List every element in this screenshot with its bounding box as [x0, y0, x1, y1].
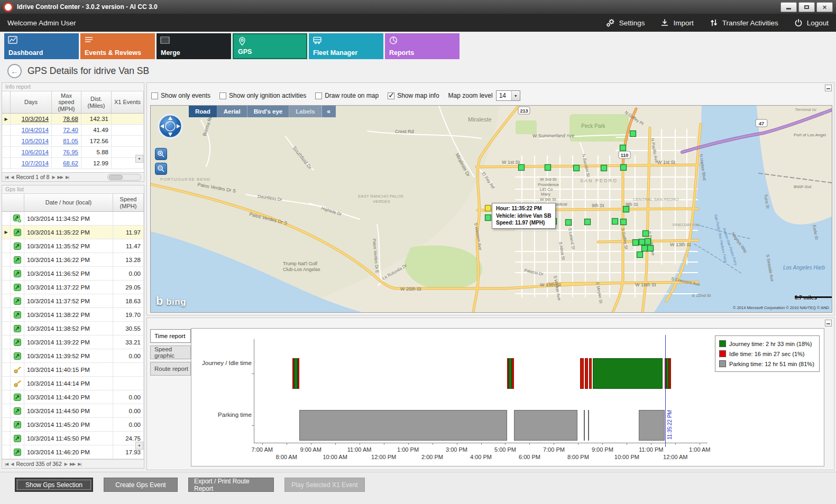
- map-tab-labels[interactable]: Labels: [289, 106, 321, 117]
- day-link[interactable]: 10/4/2014: [22, 127, 49, 133]
- nav-tile-reports[interactable]: Reports: [385, 33, 460, 59]
- gps-marker[interactable]: [633, 240, 639, 246]
- export-print-route-report-button[interactable]: Export / Print Route Report: [188, 478, 274, 492]
- nav-prev-icon[interactable]: ◀: [11, 462, 13, 466]
- gps-marker[interactable]: [519, 165, 525, 171]
- map-panel-collapse-icon[interactable]: [825, 85, 832, 91]
- info-col-header[interactable]: Max speed (MPH): [52, 91, 81, 114]
- info-hscrollbar[interactable]: [107, 174, 141, 181]
- nav-first-icon[interactable]: |◀: [5, 462, 8, 466]
- nav-last-icon[interactable]: ▶|: [66, 175, 69, 180]
- map-tab-bird-s-eye[interactable]: Bird's eye: [247, 106, 290, 117]
- gps-marker[interactable]: [620, 145, 626, 151]
- map-tabs-collapse-button[interactable]: «: [322, 106, 336, 117]
- gps-col-header[interactable]: Date / hour (local): [24, 194, 113, 212]
- selected-gps-marker[interactable]: [485, 206, 491, 211]
- gps-list-row[interactable]: 10/3/2014 11:37:52 PM18.63: [2, 294, 144, 308]
- gps-marker[interactable]: [642, 246, 648, 251]
- menu-logout[interactable]: Logout: [794, 18, 829, 27]
- checkbox-box[interactable]: [151, 92, 158, 99]
- nav-next-page-icon[interactable]: ▶▶: [70, 462, 75, 466]
- nav-prev-icon[interactable]: ◀: [11, 175, 13, 180]
- max-speed-link[interactable]: 72.40: [63, 127, 78, 133]
- info-scroll-down-icon[interactable]: ▼: [135, 155, 143, 163]
- gps-col-header[interactable]: [2, 194, 24, 212]
- day-link[interactable]: 10/6/2014: [22, 149, 49, 155]
- map-tab-aerial[interactable]: Aerial: [217, 106, 247, 117]
- gps-list-row[interactable]: 10/3/2014 11:44:20 PM0.00: [2, 390, 144, 404]
- gps-list-row[interactable]: 10/3/2014 11:35:52 PM11.47: [2, 239, 144, 253]
- gps-list-row[interactable]: 10/3/2014 11:46:20 PM17.93: [2, 445, 144, 459]
- info-report-row[interactable]: 10/7/201468.6212.99: [2, 158, 144, 169]
- map-tab-road[interactable]: Road: [189, 106, 217, 117]
- info-col-header[interactable]: X1 Events: [112, 91, 144, 114]
- gps-marker[interactable]: [643, 231, 649, 237]
- gps-list-row[interactable]: 10/3/2014 11:36:22 PM13.28: [2, 253, 144, 267]
- window-titlebar[interactable]: Idrive Control Center - 3.0.2 version - …: [0, 0, 836, 14]
- menu-transfer-activities[interactable]: Transfer Activities: [710, 18, 778, 27]
- info-report-row[interactable]: ▶10/3/201478.68142.31: [2, 114, 144, 125]
- nav-next-icon[interactable]: ▶: [65, 462, 67, 466]
- checkbox-box[interactable]: [388, 92, 394, 99]
- gps-marker[interactable]: [601, 165, 607, 171]
- map-compass-control[interactable]: [157, 113, 184, 140]
- nav-tile-dashboard[interactable]: Dashboard: [4, 33, 79, 59]
- checkbox-show-map-info[interactable]: Show map info: [388, 92, 439, 99]
- chevron-down-icon[interactable]: ▼: [511, 91, 520, 100]
- nav-tile-merge[interactable]: Merge: [157, 33, 231, 59]
- nav-tile-gps[interactable]: GPS: [233, 33, 307, 59]
- gps-marker[interactable]: [612, 219, 618, 225]
- chart-panel-collapse-icon[interactable]: [825, 320, 832, 326]
- gps-marker[interactable]: [545, 165, 551, 171]
- info-report-row[interactable]: 10/5/201481.05172.56: [2, 136, 144, 147]
- nav-tile-fleet-manager[interactable]: Fleet Manager: [309, 33, 383, 59]
- gps-list-row[interactable]: 10/3/2014 11:38:22 PM19.70: [2, 308, 144, 322]
- menu-settings[interactable]: Settings: [606, 18, 645, 27]
- gps-list-row[interactable]: 10/3/2014 11:44:50 PM0.00: [2, 404, 144, 418]
- max-speed-link[interactable]: 76.95: [63, 149, 78, 155]
- back-button[interactable]: ←: [7, 64, 22, 78]
- time-cursor-line[interactable]: [665, 335, 666, 447]
- day-link[interactable]: 10/7/2014: [22, 160, 49, 166]
- gps-list-row[interactable]: 10/3/2014 11:36:52 PM0.00: [2, 267, 144, 281]
- gps-marker[interactable]: [485, 215, 491, 221]
- gps-list-row[interactable]: 10/3/2014 11:45:50 PM24.75: [2, 432, 144, 445]
- max-speed-link[interactable]: 68.62: [63, 160, 78, 166]
- gps-col-header[interactable]: Speed (MPH): [113, 194, 144, 212]
- create-gps-event-button[interactable]: Create Gps Event: [104, 478, 178, 492]
- checkbox-draw-route-on-map[interactable]: Draw route on map: [315, 92, 379, 99]
- show-gps-selection-button[interactable]: Show Gps Selection: [15, 478, 93, 492]
- map-container[interactable]: MiralestePeck ParkW Summerland AveCrest …: [150, 105, 832, 313]
- gps-list-row[interactable]: 10/3/2014 11:38:52 PM30.55: [2, 322, 144, 335]
- gps-list-row[interactable]: 10/3/2014 11:39:22 PM33.21: [2, 335, 144, 349]
- max-speed-link[interactable]: 81.05: [63, 138, 78, 144]
- map-zoom-in-button[interactable]: [155, 148, 167, 160]
- gps-list-row[interactable]: ▶10/3/2014 11:35:22 PM11.97: [2, 226, 144, 239]
- nav-next-page-icon[interactable]: ▶▶: [58, 175, 63, 180]
- gps-list-row[interactable]: 10/3/2014 11:39:52 PM0.00: [2, 349, 144, 363]
- nav-tile-events-reviews[interactable]: Events & Reviews: [80, 33, 155, 59]
- gps-marker[interactable]: [648, 246, 654, 251]
- maximize-button[interactable]: [798, 2, 815, 12]
- gps-marker[interactable]: [639, 239, 645, 245]
- tab-route-report[interactable]: Route report: [150, 362, 191, 376]
- tab-time-report[interactable]: Time report: [150, 329, 191, 343]
- map-zoom-out-button[interactable]: [155, 163, 167, 175]
- gps-list-row[interactable]: 10/3/2014 11:45:20 PM0.00: [2, 418, 144, 432]
- gps-marker[interactable]: [630, 131, 636, 137]
- max-speed-link[interactable]: 78.68: [63, 116, 78, 122]
- gps-list-row[interactable]: 10/3/2014 11:34:52 PM: [2, 212, 144, 226]
- gps-marker[interactable]: [621, 219, 627, 225]
- gps-list-row[interactable]: 10/3/2014 11:37:22 PM29.05: [2, 281, 144, 294]
- nav-next-icon[interactable]: ▶: [52, 175, 54, 180]
- info-report-row[interactable]: 10/6/201476.955.88: [2, 147, 144, 158]
- info-hscroll-thumb[interactable]: [109, 175, 123, 180]
- gps-marker[interactable]: [637, 252, 643, 258]
- checkbox-box[interactable]: [315, 92, 322, 99]
- gps-scroll-down-icon[interactable]: ▼: [135, 442, 143, 450]
- map-zoom-level-select[interactable]: 14▼: [496, 90, 520, 101]
- minimize-button[interactable]: [780, 2, 797, 12]
- gps-marker[interactable]: [585, 219, 591, 225]
- map-canvas[interactable]: MiralestePeck ParkW Summerland AveCrest …: [151, 106, 832, 312]
- gps-marker[interactable]: [623, 207, 629, 212]
